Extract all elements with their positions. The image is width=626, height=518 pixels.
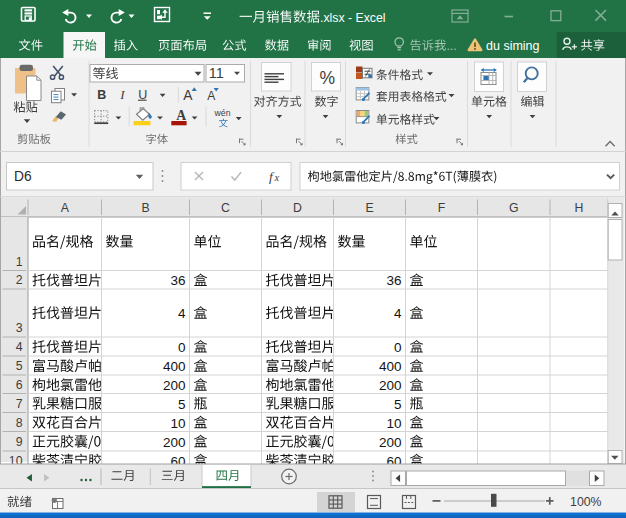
- svg-text:B: B: [97, 88, 106, 102]
- svg-text:200: 200: [379, 378, 402, 393]
- svg-text:36: 36: [386, 273, 401, 288]
- svg-text:x: x: [274, 172, 280, 183]
- svg-text:11: 11: [209, 65, 224, 81]
- svg-text:10: 10: [170, 416, 185, 431]
- svg-text:4: 4: [16, 340, 23, 354]
- svg-text:100%: 100%: [570, 495, 602, 509]
- svg-text:U: U: [138, 88, 147, 102]
- svg-text:A: A: [183, 88, 193, 103]
- svg-text:200: 200: [163, 435, 186, 450]
- svg-text:A: A: [176, 108, 186, 123]
- svg-text:C: C: [221, 201, 230, 215]
- svg-text:B: B: [141, 201, 149, 215]
- svg-text:9: 9: [16, 435, 23, 449]
- svg-text:D: D: [293, 201, 302, 215]
- svg-text:A: A: [61, 201, 70, 215]
- svg-text:3: 3: [16, 321, 23, 335]
- svg-text:5: 5: [16, 359, 23, 373]
- svg-text:7: 7: [16, 397, 23, 411]
- svg-text:0: 0: [394, 340, 402, 355]
- svg-text:H: H: [575, 201, 584, 215]
- svg-text:G: G: [509, 201, 519, 215]
- svg-text:10: 10: [386, 416, 401, 431]
- svg-text:wén: wén: [214, 108, 231, 118]
- svg-text:du siming: du siming: [486, 39, 540, 53]
- svg-text:5: 5: [178, 397, 186, 412]
- svg-text:8: 8: [16, 416, 23, 430]
- svg-text:4: 4: [178, 306, 186, 321]
- svg-text:D6: D6: [14, 169, 32, 184]
- svg-text:F: F: [438, 201, 446, 215]
- svg-text:2: 2: [16, 273, 23, 287]
- svg-text:36: 36: [170, 273, 185, 288]
- svg-text:.xlsx - Excel: .xlsx - Excel: [320, 11, 386, 25]
- svg-text:400: 400: [379, 359, 402, 374]
- svg-text:200: 200: [163, 378, 186, 393]
- svg-text:1: 1: [16, 255, 23, 269]
- svg-text:...: ...: [446, 39, 456, 53]
- svg-text:E: E: [365, 201, 373, 215]
- svg-text:I: I: [119, 87, 125, 102]
- svg-text:200: 200: [379, 435, 402, 450]
- svg-text:6: 6: [16, 378, 23, 392]
- svg-text:A: A: [207, 89, 215, 103]
- svg-text:5: 5: [394, 397, 402, 412]
- svg-text:0: 0: [178, 340, 186, 355]
- svg-text:%: %: [320, 68, 336, 88]
- svg-text:4: 4: [394, 306, 402, 321]
- svg-text:400: 400: [163, 359, 186, 374]
